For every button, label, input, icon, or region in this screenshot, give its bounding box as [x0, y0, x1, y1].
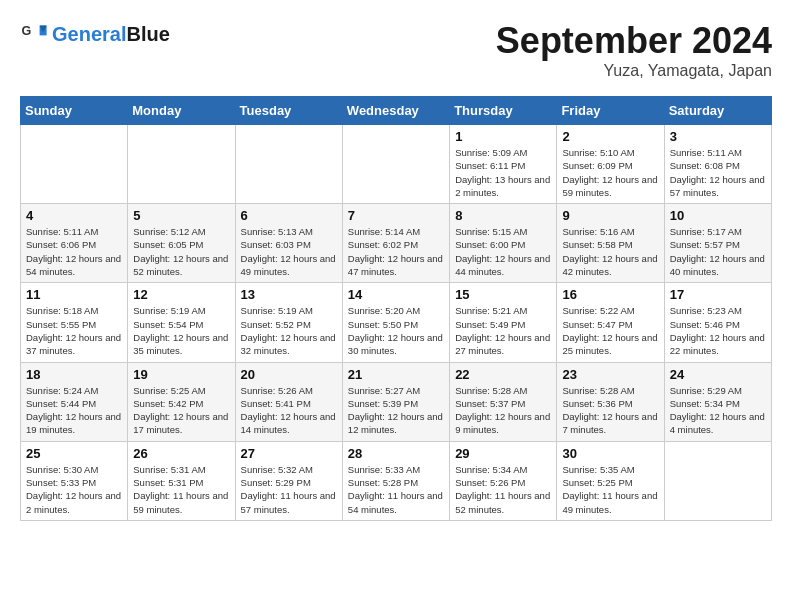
- header-friday: Friday: [557, 97, 664, 125]
- day-info: Sunrise: 5:33 AM Sunset: 5:28 PM Dayligh…: [348, 463, 444, 516]
- calendar-cell: 23Sunrise: 5:28 AM Sunset: 5:36 PM Dayli…: [557, 362, 664, 441]
- day-number: 1: [455, 129, 551, 144]
- day-info: Sunrise: 5:31 AM Sunset: 5:31 PM Dayligh…: [133, 463, 229, 516]
- day-number: 28: [348, 446, 444, 461]
- calendar-cell: 14Sunrise: 5:20 AM Sunset: 5:50 PM Dayli…: [342, 283, 449, 362]
- week-row-4: 18Sunrise: 5:24 AM Sunset: 5:44 PM Dayli…: [21, 362, 772, 441]
- day-info: Sunrise: 5:13 AM Sunset: 6:03 PM Dayligh…: [241, 225, 337, 278]
- day-info: Sunrise: 5:19 AM Sunset: 5:52 PM Dayligh…: [241, 304, 337, 357]
- day-number: 16: [562, 287, 658, 302]
- day-number: 29: [455, 446, 551, 461]
- day-info: Sunrise: 5:32 AM Sunset: 5:29 PM Dayligh…: [241, 463, 337, 516]
- day-number: 5: [133, 208, 229, 223]
- day-info: Sunrise: 5:10 AM Sunset: 6:09 PM Dayligh…: [562, 146, 658, 199]
- day-number: 11: [26, 287, 122, 302]
- day-info: Sunrise: 5:16 AM Sunset: 5:58 PM Dayligh…: [562, 225, 658, 278]
- week-row-1: 1Sunrise: 5:09 AM Sunset: 6:11 PM Daylig…: [21, 125, 772, 204]
- day-number: 19: [133, 367, 229, 382]
- title-block: September 2024 Yuza, Yamagata, Japan: [496, 20, 772, 80]
- day-number: 8: [455, 208, 551, 223]
- calendar-cell: 25Sunrise: 5:30 AM Sunset: 5:33 PM Dayli…: [21, 441, 128, 520]
- calendar-cell: 12Sunrise: 5:19 AM Sunset: 5:54 PM Dayli…: [128, 283, 235, 362]
- day-number: 17: [670, 287, 766, 302]
- day-info: Sunrise: 5:11 AM Sunset: 6:08 PM Dayligh…: [670, 146, 766, 199]
- week-row-5: 25Sunrise: 5:30 AM Sunset: 5:33 PM Dayli…: [21, 441, 772, 520]
- calendar-cell: 10Sunrise: 5:17 AM Sunset: 5:57 PM Dayli…: [664, 204, 771, 283]
- day-info: Sunrise: 5:14 AM Sunset: 6:02 PM Dayligh…: [348, 225, 444, 278]
- calendar-cell: 13Sunrise: 5:19 AM Sunset: 5:52 PM Dayli…: [235, 283, 342, 362]
- header-monday: Monday: [128, 97, 235, 125]
- day-info: Sunrise: 5:35 AM Sunset: 5:25 PM Dayligh…: [562, 463, 658, 516]
- day-number: 14: [348, 287, 444, 302]
- day-number: 22: [455, 367, 551, 382]
- calendar-cell: [342, 125, 449, 204]
- day-info: Sunrise: 5:20 AM Sunset: 5:50 PM Dayligh…: [348, 304, 444, 357]
- calendar-cell: [21, 125, 128, 204]
- calendar-cell: 11Sunrise: 5:18 AM Sunset: 5:55 PM Dayli…: [21, 283, 128, 362]
- calendar-cell: 3Sunrise: 5:11 AM Sunset: 6:08 PM Daylig…: [664, 125, 771, 204]
- day-info: Sunrise: 5:29 AM Sunset: 5:34 PM Dayligh…: [670, 384, 766, 437]
- day-number: 27: [241, 446, 337, 461]
- calendar-cell: 29Sunrise: 5:34 AM Sunset: 5:26 PM Dayli…: [450, 441, 557, 520]
- day-number: 21: [348, 367, 444, 382]
- calendar-cell: 5Sunrise: 5:12 AM Sunset: 6:05 PM Daylig…: [128, 204, 235, 283]
- day-info: Sunrise: 5:27 AM Sunset: 5:39 PM Dayligh…: [348, 384, 444, 437]
- calendar-cell: 16Sunrise: 5:22 AM Sunset: 5:47 PM Dayli…: [557, 283, 664, 362]
- calendar-table: SundayMondayTuesdayWednesdayThursdayFrid…: [20, 96, 772, 521]
- calendar-cell: 9Sunrise: 5:16 AM Sunset: 5:58 PM Daylig…: [557, 204, 664, 283]
- day-info: Sunrise: 5:17 AM Sunset: 5:57 PM Dayligh…: [670, 225, 766, 278]
- header-sunday: Sunday: [21, 97, 128, 125]
- calendar-cell: 1Sunrise: 5:09 AM Sunset: 6:11 PM Daylig…: [450, 125, 557, 204]
- day-number: 12: [133, 287, 229, 302]
- calendar-cell: 18Sunrise: 5:24 AM Sunset: 5:44 PM Dayli…: [21, 362, 128, 441]
- month-title: September 2024: [496, 20, 772, 62]
- header-wednesday: Wednesday: [342, 97, 449, 125]
- day-number: 25: [26, 446, 122, 461]
- location-subtitle: Yuza, Yamagata, Japan: [496, 62, 772, 80]
- calendar-cell: [235, 125, 342, 204]
- calendar-cell: [664, 441, 771, 520]
- day-number: 24: [670, 367, 766, 382]
- calendar-cell: 26Sunrise: 5:31 AM Sunset: 5:31 PM Dayli…: [128, 441, 235, 520]
- calendar-cell: 24Sunrise: 5:29 AM Sunset: 5:34 PM Dayli…: [664, 362, 771, 441]
- day-info: Sunrise: 5:28 AM Sunset: 5:37 PM Dayligh…: [455, 384, 551, 437]
- week-row-2: 4Sunrise: 5:11 AM Sunset: 6:06 PM Daylig…: [21, 204, 772, 283]
- day-number: 4: [26, 208, 122, 223]
- day-info: Sunrise: 5:28 AM Sunset: 5:36 PM Dayligh…: [562, 384, 658, 437]
- day-info: Sunrise: 5:18 AM Sunset: 5:55 PM Dayligh…: [26, 304, 122, 357]
- day-number: 2: [562, 129, 658, 144]
- svg-text:G: G: [21, 24, 31, 38]
- calendar-cell: 20Sunrise: 5:26 AM Sunset: 5:41 PM Dayli…: [235, 362, 342, 441]
- day-number: 30: [562, 446, 658, 461]
- calendar-cell: 6Sunrise: 5:13 AM Sunset: 6:03 PM Daylig…: [235, 204, 342, 283]
- header-saturday: Saturday: [664, 97, 771, 125]
- day-info: Sunrise: 5:30 AM Sunset: 5:33 PM Dayligh…: [26, 463, 122, 516]
- logo-icon: G: [20, 20, 48, 48]
- calendar-cell: [128, 125, 235, 204]
- logo: G GeneralBlue: [20, 20, 170, 48]
- calendar-cell: 22Sunrise: 5:28 AM Sunset: 5:37 PM Dayli…: [450, 362, 557, 441]
- day-number: 7: [348, 208, 444, 223]
- day-number: 26: [133, 446, 229, 461]
- day-info: Sunrise: 5:21 AM Sunset: 5:49 PM Dayligh…: [455, 304, 551, 357]
- day-info: Sunrise: 5:19 AM Sunset: 5:54 PM Dayligh…: [133, 304, 229, 357]
- week-row-3: 11Sunrise: 5:18 AM Sunset: 5:55 PM Dayli…: [21, 283, 772, 362]
- day-info: Sunrise: 5:25 AM Sunset: 5:42 PM Dayligh…: [133, 384, 229, 437]
- day-info: Sunrise: 5:09 AM Sunset: 6:11 PM Dayligh…: [455, 146, 551, 199]
- calendar-cell: 27Sunrise: 5:32 AM Sunset: 5:29 PM Dayli…: [235, 441, 342, 520]
- header-thursday: Thursday: [450, 97, 557, 125]
- calendar-cell: 19Sunrise: 5:25 AM Sunset: 5:42 PM Dayli…: [128, 362, 235, 441]
- day-info: Sunrise: 5:26 AM Sunset: 5:41 PM Dayligh…: [241, 384, 337, 437]
- calendar-cell: 21Sunrise: 5:27 AM Sunset: 5:39 PM Dayli…: [342, 362, 449, 441]
- day-info: Sunrise: 5:34 AM Sunset: 5:26 PM Dayligh…: [455, 463, 551, 516]
- calendar-cell: 17Sunrise: 5:23 AM Sunset: 5:46 PM Dayli…: [664, 283, 771, 362]
- page-header: G GeneralBlue September 2024 Yuza, Yamag…: [20, 20, 772, 80]
- calendar-cell: 7Sunrise: 5:14 AM Sunset: 6:02 PM Daylig…: [342, 204, 449, 283]
- day-number: 3: [670, 129, 766, 144]
- day-number: 6: [241, 208, 337, 223]
- day-info: Sunrise: 5:22 AM Sunset: 5:47 PM Dayligh…: [562, 304, 658, 357]
- day-number: 10: [670, 208, 766, 223]
- day-number: 18: [26, 367, 122, 382]
- calendar-cell: 28Sunrise: 5:33 AM Sunset: 5:28 PM Dayli…: [342, 441, 449, 520]
- calendar-header-row: SundayMondayTuesdayWednesdayThursdayFrid…: [21, 97, 772, 125]
